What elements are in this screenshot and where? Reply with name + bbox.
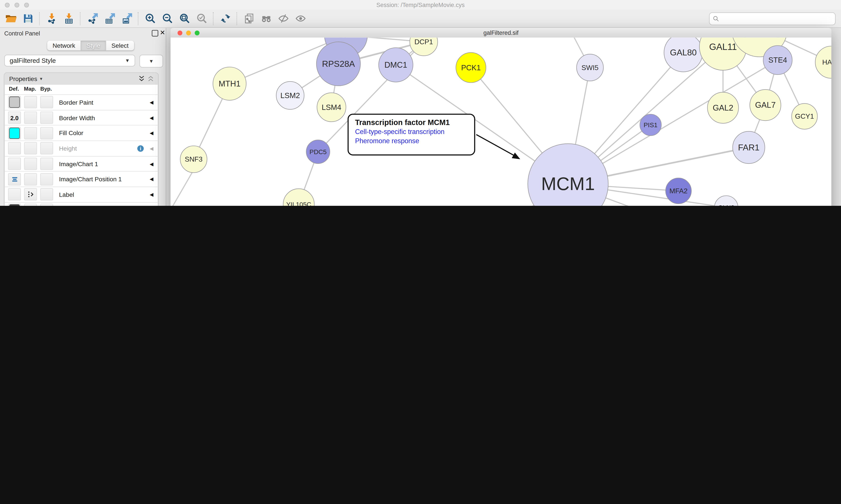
network-node-CLN3[interactable]: CLN3 [714,196,738,206]
mapping-cell[interactable] [24,188,37,201]
expand-row-arrow[interactable]: ◀ [149,115,153,120]
mapping-cell[interactable] [24,96,37,108]
info-icon[interactable]: i [137,145,144,151]
network-node-MCM1[interactable]: MCM1 [528,144,608,206]
zoom-fit-button[interactable] [177,11,193,26]
default-value-cell[interactable] [8,127,21,139]
default-value-cell[interactable] [8,96,21,108]
property-row-label[interactable]: Label◀ [5,187,158,202]
collapse-all-icon[interactable] [147,75,154,82]
default-value-cell[interactable] [8,158,21,170]
network-node-LSM4[interactable]: LSM4 [317,93,346,122]
network-node-SNF3[interactable]: SNF3 [180,146,207,173]
network-node-MFA2[interactable]: MFA2 [666,178,692,204]
annotation-link[interactable]: Cell-type-specific transcription [355,128,474,136]
bypass-cell[interactable] [40,188,53,201]
property-row-image-chart-1[interactable]: Image/Chart 1◀ [5,156,158,171]
network-node-DCP1[interactable]: DCP1 [410,37,437,56]
style-selector-dropdown[interactable]: galFiltered Style ▼ [4,55,135,67]
property-row-label-color[interactable]: Label Color◀ [5,202,158,206]
network-annotation[interactable]: Transcription factor MCM1 Cell-type-spec… [347,114,475,156]
bypass-cell[interactable] [40,111,53,124]
node-label: GAL80 [670,48,697,57]
expand-row-arrow[interactable]: ◀ [149,146,153,151]
tab-network[interactable]: Network [47,41,81,50]
network-node-PIS1[interactable]: PIS1 [640,114,661,136]
node-label: PIS1 [644,121,658,128]
expand-row-arrow[interactable]: ◀ [149,161,153,166]
zoom-in-button[interactable] [142,11,158,26]
style-options-menu-button[interactable]: ▼ [140,55,163,68]
default-value-cell[interactable] [8,173,21,185]
import-table-button[interactable] [61,11,77,26]
network-node-YIL105C[interactable]: YIL105C [283,189,314,206]
bypass-cell[interactable] [40,204,53,206]
import-network-button[interactable] [43,11,59,26]
bypass-cell[interactable] [40,127,53,139]
expand-row-arrow[interactable]: ◀ [149,100,153,105]
network-node-FAR1[interactable]: FAR1 [733,131,765,164]
mapping-cell[interactable] [24,204,37,206]
expand-row-arrow[interactable]: ◀ [149,130,153,136]
export-image-button[interactable] [119,11,135,26]
network-canvas[interactable]: DCP1RPS28ADMC1PCK1SWI5GAL80GAL11STE4HAP2… [171,37,831,206]
hide-selected-button[interactable] [275,11,291,26]
network-node-PCK1[interactable]: PCK1 [456,53,486,83]
network-node-LSM2[interactable]: LSM2 [276,82,304,109]
properties-header[interactable]: Properties▾ [4,73,158,85]
network-node-STE4[interactable]: STE4 [763,46,792,74]
expand-all-icon[interactable] [139,75,145,82]
bypass-cell[interactable] [40,158,53,170]
search-box[interactable] [709,12,836,25]
default-value-cell[interactable]: 2.0 [8,111,21,124]
open-folder-button[interactable] [3,11,19,26]
network-node-MTH1[interactable]: MTH1 [213,67,246,100]
mapping-cell[interactable] [24,111,37,124]
annotation-link[interactable]: Pheromone response [355,137,474,145]
network-snapshot-icon [243,13,254,24]
expand-row-arrow[interactable]: ◀ [149,177,153,182]
default-value-cell[interactable] [8,142,21,155]
bypass-cell[interactable] [40,142,53,155]
float-panel-icon[interactable] [152,30,158,36]
bypass-cell[interactable] [40,173,53,185]
network-node-DMC1[interactable]: DMC1 [379,48,413,82]
zoom-out-button[interactable] [159,11,175,26]
find-button[interactable] [258,11,274,26]
network-node-GAL7[interactable]: GAL7 [750,90,781,121]
bypass-cell[interactable] [40,96,53,108]
network-window-title-bar[interactable]: galFiltered.sif [171,28,831,38]
mapping-cell[interactable] [24,142,37,155]
network-node-RPS28A[interactable]: RPS28A [317,42,360,86]
default-value-cell[interactable] [8,204,21,206]
export-network-button[interactable] [84,11,100,26]
network-node-PDC5[interactable]: PDC5 [306,140,330,164]
network-node-GAL80[interactable]: GAL80 [664,37,702,72]
network-snapshot-button[interactable] [241,11,257,26]
property-row-fill-color[interactable]: Fill Color◀ [5,125,158,141]
property-row-border-paint[interactable]: Border Paint◀ [5,94,158,110]
refresh-button[interactable] [217,11,233,26]
search-input[interactable] [721,14,835,24]
tab-style[interactable]: Style [81,41,106,50]
mapping-cell[interactable] [24,158,37,170]
property-row-image-chart-position-1[interactable]: Image/Chart Position 1◀ [5,171,158,186]
property-row-height[interactable]: Heighti◀ [5,141,158,156]
network-node-GCY1[interactable]: GCY1 [792,104,818,129]
property-label: Height [59,145,77,151]
property-row-border-width[interactable]: 2.0Border Width◀ [5,110,158,125]
network-node-SWI5[interactable]: SWI5 [577,54,603,81]
show-all-button[interactable] [292,11,308,26]
zoom-selected-button[interactable] [194,11,210,26]
tab-select[interactable]: Select [106,41,134,50]
save-button[interactable] [20,11,36,26]
export-table-button[interactable] [102,11,118,26]
network-node-HAP2[interactable]: HAP2 [815,46,831,78]
default-value-cell[interactable] [8,188,21,201]
close-panel-icon[interactable]: ✕ [160,29,165,36]
network-node-GAL2[interactable]: GAL2 [708,92,738,123]
find-icon [261,13,272,24]
mapping-cell[interactable] [24,127,37,139]
mapping-cell[interactable] [24,173,37,185]
expand-row-arrow[interactable]: ◀ [149,192,153,197]
